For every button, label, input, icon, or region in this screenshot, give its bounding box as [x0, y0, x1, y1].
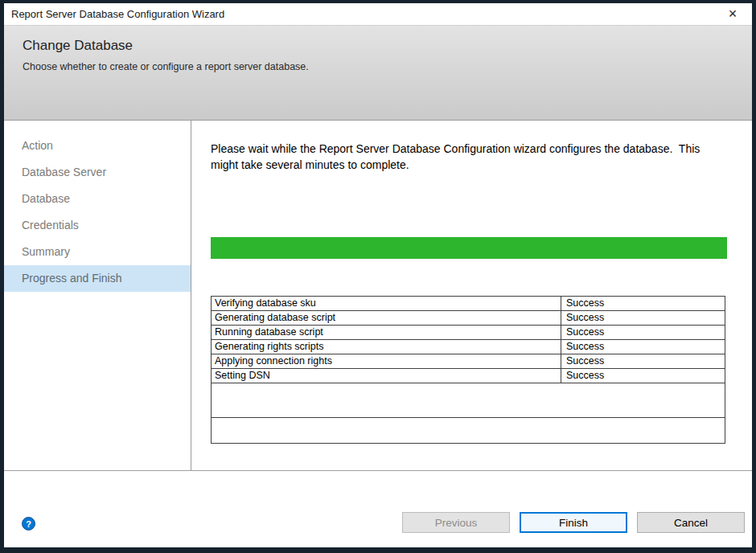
footer-bar: ? Previous Finish Cancel: [4, 470, 752, 547]
wizard-step-list: Action Database Server Database Credenti…: [4, 121, 191, 470]
table-row: Verifying database sku Success: [212, 297, 725, 311]
task-name: Verifying database sku: [212, 297, 561, 310]
content-area: Action Database Server Database Credenti…: [4, 121, 752, 470]
task-table: Verifying database sku Success Generatin…: [211, 296, 725, 444]
help-icon[interactable]: ?: [22, 517, 35, 530]
table-empty-space: [212, 418, 725, 443]
step-action: Action: [4, 133, 191, 159]
step-database-server: Database Server: [4, 159, 191, 186]
close-icon[interactable]: ×: [721, 3, 744, 25]
cancel-button[interactable]: Cancel: [637, 512, 745, 533]
task-status: Success: [561, 311, 725, 325]
table-row: Setting DSN Success: [212, 369, 725, 383]
task-status: Success: [561, 369, 725, 383]
task-status: Success: [561, 326, 725, 339]
task-status: Success: [561, 297, 725, 310]
status-message: Please wait while the Report Server Data…: [211, 141, 701, 173]
step-progress-and-finish: Progress and Finish: [4, 265, 191, 292]
task-name: Applying connection rights: [212, 354, 561, 368]
step-credentials: Credentials: [4, 212, 191, 239]
title-bar: Report Server Database Configuration Wiz…: [4, 3, 752, 25]
table-row: Running database script Success: [212, 326, 725, 340]
table-row: Applying connection rights Success: [212, 354, 725, 369]
task-name: Generating rights scripts: [212, 340, 561, 354]
page-title: Change Database: [23, 38, 752, 54]
wizard-window: Report Server Database Configuration Wiz…: [4, 3, 752, 547]
task-name: Setting DSN: [212, 369, 561, 383]
progress-bar: [211, 237, 727, 259]
page-subtitle: Choose whether to create or configure a …: [23, 61, 752, 72]
window-title: Report Server Database Configuration Wiz…: [11, 8, 224, 20]
progress-bar-fill: [211, 237, 727, 259]
table-row: Generating database script Success: [212, 311, 725, 326]
task-status: Success: [561, 354, 725, 368]
step-database: Database: [4, 186, 191, 212]
table-row-empty: [212, 383, 725, 418]
step-summary: Summary: [4, 239, 191, 265]
wizard-header: Change Database Choose whether to create…: [4, 25, 752, 121]
task-name: Generating database script: [212, 311, 561, 325]
task-name: Running database script: [212, 326, 561, 339]
task-status: Success: [561, 340, 725, 354]
previous-button[interactable]: Previous: [402, 512, 510, 533]
table-row: Generating rights scripts Success: [212, 340, 725, 354]
finish-button[interactable]: Finish: [520, 512, 627, 533]
main-panel: Please wait while the Report Server Data…: [191, 121, 752, 470]
